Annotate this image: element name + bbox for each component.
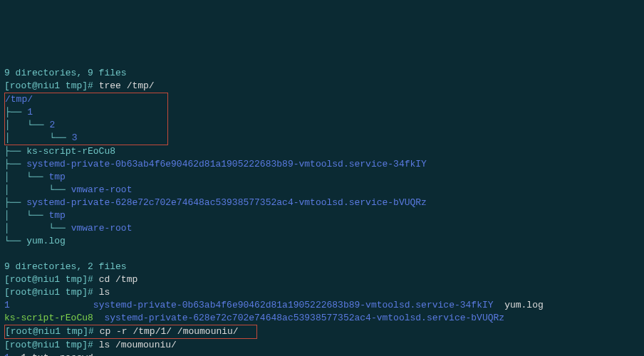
- tree-dir: tmp: [48, 210, 65, 221]
- prompt: [root@niu1 tmp]#: [5, 326, 100, 337]
- tree-line: └── yum.log: [4, 236, 66, 246]
- highlight-box-1: /tmp/ ├── 1 │ └── 2 │ └── 3: [4, 93, 168, 145]
- command-text: cd /tmp: [99, 274, 138, 285]
- ls-entry: 1: [4, 352, 10, 356]
- tree-line: │ └──: [4, 184, 71, 195]
- tree-dir: tmp: [48, 172, 65, 182]
- tree-dir: systemd-private-0b63ab4f6e90462d81a19052…: [26, 159, 427, 169]
- ls-entry: systemd-private-628e72c702e74648ac539385…: [104, 313, 504, 323]
- tree-line: │ └──: [5, 132, 72, 143]
- command-text: ls /moumouniu/: [99, 340, 177, 350]
- tree-dir: 3: [72, 132, 78, 143]
- tree-line: ├──: [4, 159, 26, 169]
- tree-line: │ └──: [5, 120, 49, 130]
- prompt: [root@niu1 tmp]#: [4, 340, 99, 350]
- command-text: ls: [99, 287, 110, 298]
- prompt: [root@niu1 tmp]#: [4, 80, 99, 91]
- tree-line: ├──: [5, 107, 27, 117]
- tree-dir: systemd-private-628e72c702e74648ac539385…: [26, 197, 427, 208]
- tree-line: │ └──: [4, 210, 48, 221]
- ls-entry: systemd-private-0b63ab4f6e90462d81a19052…: [93, 300, 494, 310]
- ls-entry: 1.txt: [21, 352, 48, 356]
- prompt: [root@niu1 tmp]#: [4, 287, 99, 298]
- truncated-line: 9 directories, 9 files: [4, 68, 127, 78]
- tree-line: ├──: [4, 197, 26, 208]
- tree-line: ├── ks-script-rEoCu8: [4, 146, 115, 157]
- ls-entry: 1: [4, 300, 10, 310]
- highlight-box-2: [root@niu1 tmp]# cp -r /tmp/1/ /moumouni…: [4, 325, 257, 339]
- ls-entry: yum.log: [504, 300, 544, 310]
- ls-entry: passwd: [60, 352, 93, 356]
- prompt: [root@niu1 tmp]#: [4, 274, 99, 285]
- tree-dir: vmware-root: [71, 184, 133, 195]
- tree-line: │ └──: [4, 172, 48, 182]
- terminal-output: 9 directories, 9 files [root@niu1 tmp]# …: [4, 54, 640, 356]
- tree-dir: vmware-root: [71, 223, 133, 234]
- command-text: cp -r /tmp/1/ /moumouniu/: [100, 326, 239, 337]
- tree-dir: /tmp/: [5, 94, 33, 105]
- tree-dir: 1: [27, 107, 33, 117]
- tree-dir: 2: [49, 120, 55, 130]
- ls-entry: ks-script-rEoCu8: [4, 313, 93, 323]
- tree-line: │ └──: [4, 223, 71, 234]
- command-text: tree /tmp/: [99, 80, 155, 91]
- tree-summary: 9 directories, 2 files: [4, 261, 127, 272]
